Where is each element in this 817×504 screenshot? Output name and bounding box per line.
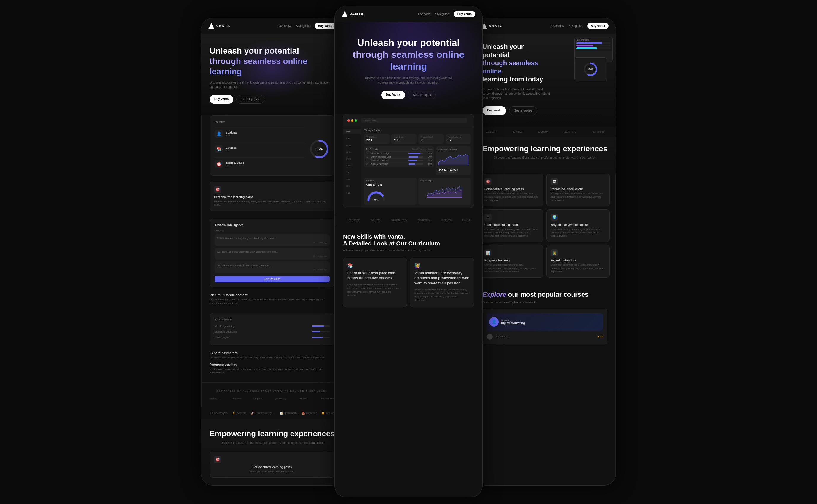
btn-secondary-center[interactable]: See all pages	[408, 91, 436, 99]
product-row-1: 02 Disney Princess Doss 79%	[366, 155, 432, 158]
nav-link-styleguide-center[interactable]: Styleguide	[435, 12, 449, 16]
nav-link-styleguide-right[interactable]: Styleguide	[568, 24, 582, 28]
screen-content-right: Unleash your potential through seamless …	[474, 34, 616, 485]
btn-primary-center[interactable]: Buy Vanta	[381, 91, 405, 99]
feature-card-desc-1-right: Engage in vibrant discussions with fello…	[551, 192, 605, 202]
partner-5-left: 🐱 GitHub	[321, 412, 334, 415]
content-desc-2-left: Monitor your learning milestones and acc…	[210, 367, 335, 374]
phone-frame-center: VANTA Overview Styleguide Buy Vanta Unle…	[334, 6, 483, 497]
cf-numbers-center: 34,081 Last Month 22,094 This Month	[438, 168, 468, 173]
content-item-0-left: Rich multimedia content Dive into a vari…	[210, 293, 335, 304]
product-row-0: 01 Home Decor Range 99%	[366, 151, 432, 155]
hero-content-left: Unleash your potential through seamless …	[210, 46, 335, 104]
btn-see-pages-left[interactable]: See all pages	[236, 95, 265, 104]
nav-logo-text-right: VANTA	[489, 24, 503, 28]
emp-subtitle-right: Discover the features that make our plat…	[480, 156, 610, 159]
curriculum-card-title-0: Learn at your own pace with hands-on cre…	[347, 271, 403, 281]
sc-bar-1	[576, 42, 611, 44]
nav-link-styleguide-left[interactable]: Styleguide	[296, 24, 310, 28]
sidebar-sales[interactable]: Sales	[343, 163, 361, 168]
dashboard-search-center[interactable]: Search here...	[361, 118, 467, 123]
course-thumb-text: Marketing Digital Marketing	[501, 319, 525, 325]
feature-card-title-0-right: Personalized learning paths	[484, 187, 539, 191]
nav-cta-center[interactable]: Buy Vanta	[454, 11, 475, 17]
tl-red-center	[347, 119, 350, 122]
sidebar-order[interactable]: Order	[343, 149, 361, 155]
stat-total-sales: Total Sales 55k	[364, 134, 390, 144]
task-bar-0-left	[312, 325, 330, 327]
sidebar-settings[interactable]: Set	[343, 170, 361, 175]
btn-buy-vanta-left[interactable]: Buy Vanta	[210, 95, 233, 104]
curriculum-card-0: 📚 Learn at your own pace with hands-on c…	[343, 258, 407, 307]
feature-list-left: 🎯 Personalized learning paths Embark on …	[201, 182, 343, 219]
nav-bar-center: VANTA Overview Styleguide Buy Vanta	[335, 6, 482, 22]
chat-widget-subtitle-left: Chatting	[215, 229, 330, 232]
nav-link-overview-center[interactable]: Overview	[418, 12, 430, 16]
content-desc-1-left: Learn from accomplished experts and indu…	[210, 356, 335, 359]
partner-row-center: Chainalysis Workato LaunchDarkly grammar…	[335, 214, 482, 226]
feature-card-desc-personalized-left: Embark on a tailored educational journey…	[214, 470, 330, 473]
screenshot-label-1: Task Progress	[576, 39, 611, 41]
feature-card-title-3-right: Anytime, anywhere access	[551, 223, 605, 227]
nav-logo-left: VANTA	[209, 23, 230, 29]
curriculum-card-desc-0: Learning to expand your skills and explo…	[347, 283, 403, 297]
nav-link-overview-right[interactable]: Overview	[551, 24, 564, 28]
screen-left: VANTA Overview Styleguide Buy Vanta Unle…	[204, 18, 340, 486]
instructor-avatar-right: 👤	[489, 317, 499, 327]
content-items-left: Rich multimedia content Dive into a vari…	[201, 293, 343, 313]
hero-title-left: Unleash your potential through seamless …	[210, 46, 335, 77]
visitor-insights-box: Visitor Insights	[418, 178, 471, 205]
btn-primary-right[interactable]: Buy Vanta	[482, 106, 506, 115]
join-class-btn-left[interactable]: Join the class	[215, 276, 330, 282]
brand-4-right: mailchimp	[592, 130, 604, 133]
course-tag-label: Marketing	[501, 319, 525, 322]
stat-total-order: Total Order 500	[391, 134, 417, 144]
task-item-2-left: Data Analysis	[215, 335, 330, 340]
tl-yellow-center	[351, 119, 353, 122]
nav-cta-right[interactable]: Buy Vanta	[587, 23, 608, 29]
sidebar-leader[interactable]: Lead	[343, 142, 361, 148]
emp-section-right: Empowering learning experiences Discover…	[474, 137, 616, 174]
curriculum-card-1: 👩‍🏫 Vanta teachers are everyday creative…	[410, 258, 474, 307]
nav-logo-center: VANTA	[342, 11, 364, 17]
course-author-right: Just Salerno	[495, 335, 508, 338]
sidebar-dashboard[interactable]: Dash	[343, 129, 361, 134]
sidebar-profile[interactable]: Prof	[343, 136, 361, 141]
sidebar-product[interactable]: Prod	[343, 156, 361, 162]
partner-1-center: Workato	[371, 219, 380, 221]
stat-new-customers: New Customers 12	[446, 134, 471, 144]
course-rating-right: ★ 4.7	[597, 335, 603, 338]
partner-0-center: Chainalysis	[347, 219, 360, 221]
feature-icon-personalized-left: 🎯	[214, 456, 221, 463]
feature-icon-0-left: 🎯	[214, 186, 221, 193]
brand-0-right: exstream	[486, 130, 497, 133]
task-fill-2-left	[312, 337, 323, 338]
hero-buttons-center: Buy Vanta See all pages	[343, 91, 474, 99]
brand-3-right: grammarly	[563, 130, 576, 133]
feature-icon-5-right: 👨‍🏫	[551, 249, 558, 256]
partner-5-center: GitHub	[462, 219, 470, 221]
vanta-logo-icon-center	[342, 11, 348, 17]
search-text-center: Search here...	[363, 119, 378, 122]
sc-gauge-text: 75%	[587, 68, 593, 71]
nav-cta-left[interactable]: Buy Vanta	[315, 23, 336, 29]
product-fill-2	[408, 160, 417, 161]
brand-dropbox-left: Dropbox	[254, 397, 262, 400]
task-item-0-left: Web Programming	[215, 323, 330, 329]
sc-fill-1	[576, 42, 602, 44]
dashboard-widget-center: Search here... Dash Prof Lead Order Prod	[343, 114, 474, 208]
partner-row-left: ⛓ Chainalysis ⚡ Workato 🚀 LaunchDarkly →…	[201, 407, 343, 419]
feature-grid-right: 🎯 Personalized learning paths Embark on …	[474, 174, 616, 284]
sidebar-signup[interactable]: Sign	[343, 190, 361, 196]
courses-title-right: Explore our most popular courses	[482, 291, 607, 298]
btn-secondary-right[interactable]: See all pages	[509, 106, 537, 115]
sidebar-fav[interactable]: Fav	[343, 176, 361, 182]
nav-link-overview-left[interactable]: Overview	[279, 24, 291, 28]
feature-card-0-right: 🎯 Personalized learning paths Embark on …	[480, 174, 543, 206]
product-fill-1	[408, 156, 418, 158]
product-fill-0	[408, 153, 420, 154]
sidebar-history[interactable]: Hist	[343, 183, 361, 189]
feature-card-4-right: 📊 Progress tracking Monitor your learnin…	[480, 245, 543, 278]
stats-items-list: 👤 Students 1.2k 📚 Courses 234	[215, 127, 304, 171]
course-thumb-inner: 👤 Marketing Digital Marketing	[487, 313, 603, 331]
